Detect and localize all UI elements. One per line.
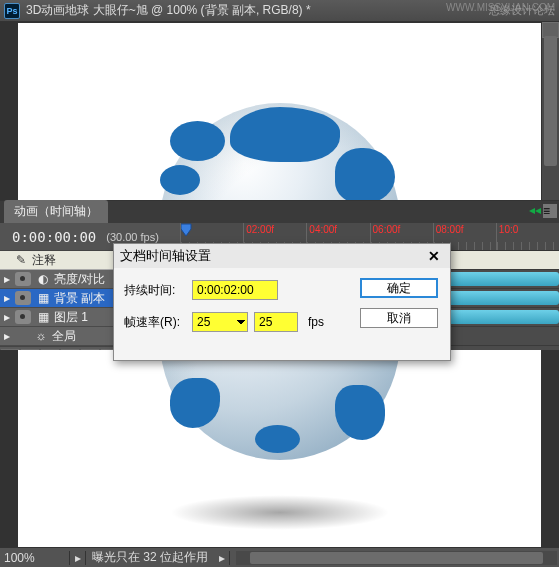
photoshop-icon: Ps xyxy=(4,3,20,19)
document-title: 3D动画地球 大眼仔~旭 @ 100% (背景 副本, RGB/8) * xyxy=(26,2,489,19)
shadow-artwork xyxy=(170,495,390,530)
visibility-icon[interactable] xyxy=(15,310,31,324)
timeline-tabbar: 动画（时间轴） ◂◂ ≡ xyxy=(0,201,559,223)
row-label: 亮度/对比 xyxy=(54,271,105,288)
row-label: 图层 1 xyxy=(54,309,88,326)
duration-input[interactable] xyxy=(192,280,278,300)
ok-button[interactable]: 确定 xyxy=(360,278,438,298)
row-label: 注释 xyxy=(32,252,56,269)
current-time[interactable]: 0:00:00:00 xyxy=(12,229,96,245)
panel-menu-icon[interactable]: ≡ xyxy=(543,204,557,218)
zoom-dropdown-icon[interactable]: ▸ xyxy=(70,551,86,565)
framerate-select[interactable]: 25 xyxy=(192,312,248,332)
visibility-icon[interactable] xyxy=(15,272,31,286)
visibility-icon[interactable] xyxy=(15,291,31,305)
lighting-icon: ☼ xyxy=(34,329,48,343)
dialog-titlebar[interactable]: 文档时间轴设置 ✕ xyxy=(114,244,450,268)
fps-suffix: fps xyxy=(308,315,324,329)
layer-icon: ▦ xyxy=(36,291,50,305)
layer-icon: ▦ xyxy=(36,310,50,324)
globe-artwork xyxy=(160,350,400,460)
zoom-level[interactable]: 100% xyxy=(0,551,70,565)
status-bar: 100% ▸ 曝光只在 32 位起作用 ▸ xyxy=(0,547,559,567)
duration-label: 持续时间: xyxy=(124,282,192,299)
collapse-icon[interactable]: ◂◂ xyxy=(529,203,541,217)
framerate-input[interactable] xyxy=(254,312,298,332)
document-canvas[interactable] xyxy=(18,23,541,200)
row-label: 全局 xyxy=(52,328,76,345)
canvas-area-upper xyxy=(0,22,559,200)
tab-animation-timeline[interactable]: 动画（时间轴） xyxy=(4,200,108,223)
framerate-label: 帧速率(R): xyxy=(124,314,192,331)
globe-artwork xyxy=(160,103,400,200)
vertical-scrollbar[interactable] xyxy=(542,22,559,200)
cancel-button[interactable]: 取消 xyxy=(360,308,438,328)
timeline-settings-dialog: 文档时间轴设置 ✕ 持续时间: 帧速率(R): 25 fps 确定 取消 xyxy=(113,243,451,361)
canvas-area-lower xyxy=(0,350,559,547)
fps-readout: (30.00 fps) xyxy=(106,231,159,243)
row-label: 背景 副本 xyxy=(54,290,105,307)
adjustment-layer-icon: ◐ xyxy=(36,272,50,286)
horizontal-scrollbar[interactable] xyxy=(236,551,557,565)
dialog-title-text: 文档时间轴设置 xyxy=(120,247,424,265)
comment-icon: ✎ xyxy=(14,253,28,267)
close-icon[interactable]: ✕ xyxy=(424,248,444,264)
status-dropdown-icon[interactable]: ▸ xyxy=(214,551,230,565)
ruler-tick: 10:0 xyxy=(496,223,559,250)
watermark-url: WWW.MISSYUAN.COM xyxy=(446,2,555,13)
document-canvas[interactable] xyxy=(18,350,541,547)
status-message: 曝光只在 32 位起作用 xyxy=(86,549,214,566)
